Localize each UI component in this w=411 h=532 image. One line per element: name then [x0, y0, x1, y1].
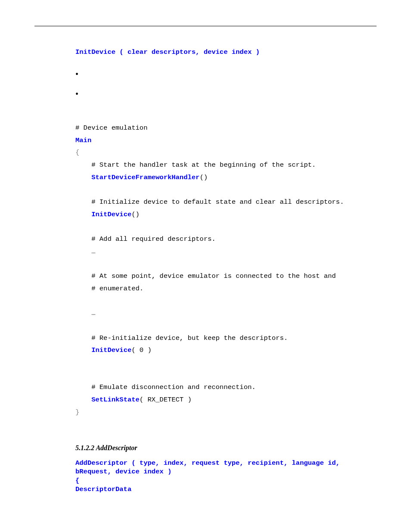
- code-comment: # At some point, device emulator is conn…: [75, 272, 336, 280]
- bullet-list: [75, 68, 368, 96]
- code-ellipsis: …: [75, 248, 96, 255]
- bullet-item: [75, 88, 368, 96]
- bullet-item: [75, 68, 368, 76]
- code-function-call: StartDeviceFrameworkHandler: [91, 174, 199, 181]
- code-indent: [75, 211, 91, 218]
- code-comment: # enumerated.: [75, 285, 143, 292]
- content-area: InitDevice ( clear descriptors, device i…: [75, 48, 368, 494]
- code-example: # Device emulation Main { # Start the ha…: [75, 122, 368, 418]
- code-function-call: InitDevice: [91, 211, 131, 218]
- code-function-call: SetLinkState: [91, 396, 140, 404]
- code-keyword-main: Main: [75, 137, 91, 144]
- header-rule: [34, 26, 377, 26]
- code-ellipsis: …: [75, 309, 96, 317]
- code-args: ( RX_DETECT ): [140, 396, 192, 404]
- sig-brace: {: [75, 477, 79, 485]
- code-brace-close: }: [75, 408, 79, 416]
- function-signature-initdevice: InitDevice ( clear descriptors, device i…: [75, 48, 368, 56]
- page: InitDevice ( clear descriptors, device i…: [0, 0, 411, 532]
- sig-field: DescriptorData: [75, 485, 131, 493]
- sig-line: AddDescriptor ( type, index, request typ…: [75, 459, 340, 467]
- code-comment: # Add all required descriptors.: [75, 235, 216, 243]
- code-comment: # Initialize device to default state and…: [75, 198, 344, 206]
- code-function-call: InitDevice: [91, 346, 131, 354]
- code-comment: # Re-initialize device, but keep the des…: [75, 334, 288, 342]
- code-indent: [75, 396, 91, 404]
- code-comment: # Start the handler task at the beginnin…: [75, 161, 316, 169]
- section-heading-adddescriptor: 5.1.2.2 AddDescriptor: [75, 444, 368, 452]
- function-signature-adddescriptor: AddDescriptor ( type, index, request typ…: [75, 459, 368, 494]
- code-indent: [75, 346, 91, 354]
- code-brace-open: {: [75, 149, 79, 156]
- code-comment: # Device emulation: [75, 124, 147, 132]
- sig-line: bRequest, device index ): [75, 468, 171, 476]
- code-indent: [75, 174, 91, 181]
- code-comment: # Emulate disconnection and reconnection…: [75, 383, 256, 391]
- code-parens: (): [199, 174, 208, 181]
- code-parens: (): [131, 211, 140, 218]
- code-args: ( 0 ): [131, 346, 152, 354]
